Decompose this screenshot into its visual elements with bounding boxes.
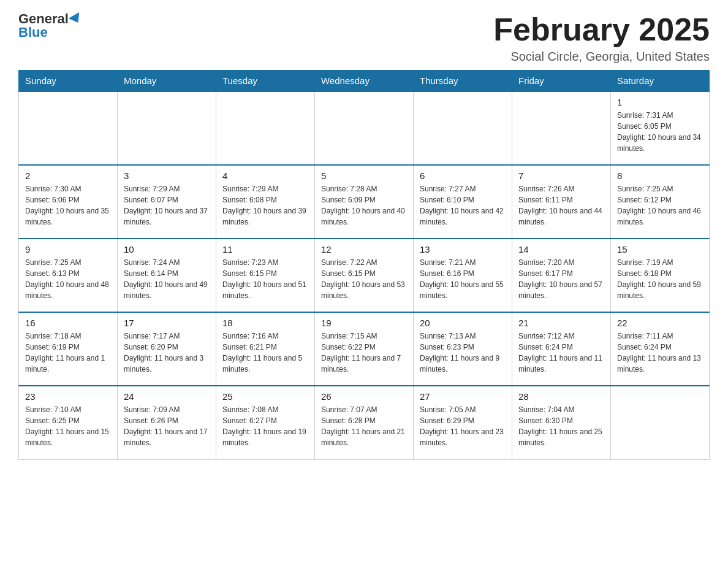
- day-number: 15: [617, 244, 703, 255]
- calendar-cell: 27Sunrise: 7:05 AM Sunset: 6:29 PM Dayli…: [414, 386, 512, 459]
- logo-triangle-icon: [69, 12, 83, 26]
- calendar-cell: [118, 91, 216, 165]
- sun-info: Sunrise: 7:29 AM Sunset: 6:08 PM Dayligh…: [222, 183, 308, 228]
- title-section: February 2025 Social Circle, Georgia, Un…: [493, 12, 710, 64]
- day-number: 11: [222, 244, 308, 255]
- sun-info: Sunrise: 7:19 AM Sunset: 6:18 PM Dayligh…: [617, 257, 703, 301]
- sun-info: Sunrise: 7:28 AM Sunset: 6:09 PM Dayligh…: [321, 183, 407, 228]
- day-number: 23: [25, 391, 111, 402]
- day-number: 6: [420, 170, 506, 181]
- day-header-monday: Monday: [118, 71, 216, 92]
- calendar-cell: 26Sunrise: 7:07 AM Sunset: 6:28 PM Dayli…: [315, 386, 414, 459]
- sun-info: Sunrise: 7:07 AM Sunset: 6:28 PM Dayligh…: [321, 404, 407, 448]
- sun-info: Sunrise: 7:18 AM Sunset: 6:19 PM Dayligh…: [25, 331, 111, 375]
- sun-info: Sunrise: 7:23 AM Sunset: 6:15 PM Dayligh…: [222, 257, 308, 301]
- calendar-header-row: SundayMondayTuesdayWednesdayThursdayFrid…: [19, 71, 710, 92]
- sun-info: Sunrise: 7:04 AM Sunset: 6:30 PM Dayligh…: [518, 404, 604, 448]
- calendar-cell: 5Sunrise: 7:28 AM Sunset: 6:09 PM Daylig…: [315, 165, 414, 239]
- sun-info: Sunrise: 7:12 AM Sunset: 6:24 PM Dayligh…: [518, 331, 604, 375]
- sun-info: Sunrise: 7:27 AM Sunset: 6:10 PM Dayligh…: [420, 183, 506, 228]
- week-row-2: 2Sunrise: 7:30 AM Sunset: 6:06 PM Daylig…: [19, 165, 710, 239]
- day-number: 8: [617, 170, 703, 181]
- day-number: 28: [518, 391, 604, 402]
- day-number: 2: [25, 170, 111, 181]
- calendar-cell: 8Sunrise: 7:25 AM Sunset: 6:12 PM Daylig…: [611, 165, 710, 239]
- sun-info: Sunrise: 7:16 AM Sunset: 6:21 PM Dayligh…: [222, 331, 308, 375]
- calendar-cell: [19, 91, 118, 165]
- sun-info: Sunrise: 7:08 AM Sunset: 6:27 PM Dayligh…: [222, 404, 308, 448]
- sun-info: Sunrise: 7:25 AM Sunset: 6:12 PM Dayligh…: [617, 183, 703, 228]
- day-number: 14: [518, 244, 604, 255]
- sun-info: Sunrise: 7:26 AM Sunset: 6:11 PM Dayligh…: [518, 183, 604, 228]
- day-number: 25: [222, 391, 308, 402]
- sun-info: Sunrise: 7:30 AM Sunset: 6:06 PM Dayligh…: [25, 183, 111, 228]
- calendar-cell: 9Sunrise: 7:25 AM Sunset: 6:13 PM Daylig…: [19, 239, 118, 312]
- calendar-cell: [216, 91, 315, 165]
- calendar-cell: 22Sunrise: 7:11 AM Sunset: 6:24 PM Dayli…: [611, 312, 710, 386]
- day-number: 27: [420, 391, 506, 402]
- calendar-cell: 15Sunrise: 7:19 AM Sunset: 6:18 PM Dayli…: [611, 239, 710, 312]
- calendar-cell: 21Sunrise: 7:12 AM Sunset: 6:24 PM Dayli…: [512, 312, 611, 386]
- month-title: February 2025: [493, 12, 710, 47]
- calendar-cell: 11Sunrise: 7:23 AM Sunset: 6:15 PM Dayli…: [216, 239, 315, 312]
- calendar-cell: 17Sunrise: 7:17 AM Sunset: 6:20 PM Dayli…: [118, 312, 216, 386]
- page-header: General Blue February 2025 Social Circle…: [18, 12, 710, 64]
- sun-info: Sunrise: 7:24 AM Sunset: 6:14 PM Dayligh…: [124, 257, 210, 301]
- calendar-cell: [512, 91, 611, 165]
- location-title: Social Circle, Georgia, United States: [493, 50, 710, 64]
- calendar-cell: 28Sunrise: 7:04 AM Sunset: 6:30 PM Dayli…: [512, 386, 611, 459]
- sun-info: Sunrise: 7:10 AM Sunset: 6:25 PM Dayligh…: [25, 404, 111, 448]
- calendar-cell: [414, 91, 512, 165]
- calendar-cell: 18Sunrise: 7:16 AM Sunset: 6:21 PM Dayli…: [216, 312, 315, 386]
- sun-info: Sunrise: 7:13 AM Sunset: 6:23 PM Dayligh…: [420, 331, 506, 375]
- sun-info: Sunrise: 7:20 AM Sunset: 6:17 PM Dayligh…: [518, 257, 604, 301]
- day-number: 22: [617, 318, 703, 328]
- day-number: 13: [420, 244, 506, 255]
- calendar-cell: 16Sunrise: 7:18 AM Sunset: 6:19 PM Dayli…: [19, 312, 118, 386]
- day-header-saturday: Saturday: [611, 71, 710, 92]
- day-header-thursday: Thursday: [414, 71, 512, 92]
- day-number: 18: [222, 318, 308, 328]
- logo-general-text: General: [18, 12, 69, 26]
- day-header-sunday: Sunday: [19, 71, 118, 92]
- sun-info: Sunrise: 7:21 AM Sunset: 6:16 PM Dayligh…: [420, 257, 506, 301]
- logo-blue-text: Blue: [18, 26, 48, 39]
- day-header-friday: Friday: [512, 71, 611, 92]
- day-header-tuesday: Tuesday: [216, 71, 315, 92]
- day-header-wednesday: Wednesday: [315, 71, 414, 92]
- calendar-cell: 4Sunrise: 7:29 AM Sunset: 6:08 PM Daylig…: [216, 165, 315, 239]
- day-number: 5: [321, 170, 407, 181]
- day-number: 17: [124, 318, 210, 328]
- calendar-cell: 3Sunrise: 7:29 AM Sunset: 6:07 PM Daylig…: [118, 165, 216, 239]
- sun-info: Sunrise: 7:05 AM Sunset: 6:29 PM Dayligh…: [420, 404, 506, 448]
- sun-info: Sunrise: 7:25 AM Sunset: 6:13 PM Dayligh…: [25, 257, 111, 301]
- day-number: 24: [124, 391, 210, 402]
- sun-info: Sunrise: 7:29 AM Sunset: 6:07 PM Dayligh…: [124, 183, 210, 228]
- calendar-cell: 6Sunrise: 7:27 AM Sunset: 6:10 PM Daylig…: [414, 165, 512, 239]
- sun-info: Sunrise: 7:31 AM Sunset: 6:05 PM Dayligh…: [617, 110, 703, 154]
- calendar-cell: 24Sunrise: 7:09 AM Sunset: 6:26 PM Dayli…: [118, 386, 216, 459]
- day-number: 12: [321, 244, 407, 255]
- week-row-5: 23Sunrise: 7:10 AM Sunset: 6:25 PM Dayli…: [19, 386, 710, 459]
- day-number: 19: [321, 318, 407, 328]
- calendar-cell: 20Sunrise: 7:13 AM Sunset: 6:23 PM Dayli…: [414, 312, 512, 386]
- sun-info: Sunrise: 7:09 AM Sunset: 6:26 PM Dayligh…: [124, 404, 210, 448]
- sun-info: Sunrise: 7:22 AM Sunset: 6:15 PM Dayligh…: [321, 257, 407, 301]
- calendar-cell: 7Sunrise: 7:26 AM Sunset: 6:11 PM Daylig…: [512, 165, 611, 239]
- calendar-cell: 2Sunrise: 7:30 AM Sunset: 6:06 PM Daylig…: [19, 165, 118, 239]
- sun-info: Sunrise: 7:17 AM Sunset: 6:20 PM Dayligh…: [124, 331, 210, 375]
- day-number: 9: [25, 244, 111, 255]
- calendar-cell: 25Sunrise: 7:08 AM Sunset: 6:27 PM Dayli…: [216, 386, 315, 459]
- day-number: 21: [518, 318, 604, 328]
- day-number: 4: [222, 170, 308, 181]
- sun-info: Sunrise: 7:15 AM Sunset: 6:22 PM Dayligh…: [321, 331, 407, 375]
- day-number: 20: [420, 318, 506, 328]
- week-row-4: 16Sunrise: 7:18 AM Sunset: 6:19 PM Dayli…: [19, 312, 710, 386]
- day-number: 16: [25, 318, 111, 328]
- calendar-cell: 13Sunrise: 7:21 AM Sunset: 6:16 PM Dayli…: [414, 239, 512, 312]
- calendar-cell: 23Sunrise: 7:10 AM Sunset: 6:25 PM Dayli…: [19, 386, 118, 459]
- sun-info: Sunrise: 7:11 AM Sunset: 6:24 PM Dayligh…: [617, 331, 703, 375]
- day-number: 7: [518, 170, 604, 181]
- calendar-cell: 12Sunrise: 7:22 AM Sunset: 6:15 PM Dayli…: [315, 239, 414, 312]
- day-number: 26: [321, 391, 407, 402]
